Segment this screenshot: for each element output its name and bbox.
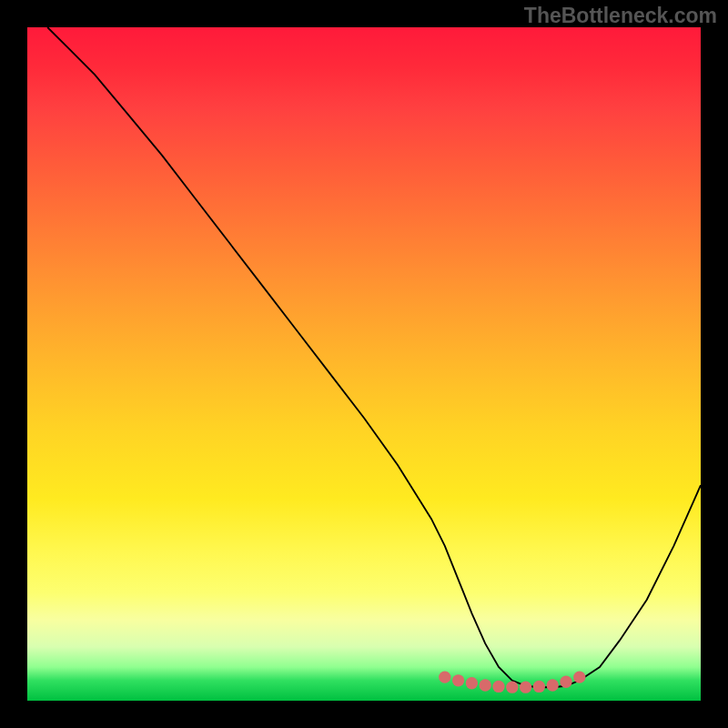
marker-point <box>573 671 585 682</box>
marker-point <box>560 676 571 688</box>
marker-point <box>520 682 531 693</box>
marker-point <box>533 681 545 693</box>
watermark-text: TheBottleneck.com <box>524 4 717 28</box>
highlight-markers <box>439 671 585 693</box>
marker-point <box>452 674 464 686</box>
marker-point <box>466 677 478 689</box>
marker-point <box>506 682 518 693</box>
marker-point <box>439 671 450 682</box>
bottleneck-curve <box>47 27 701 687</box>
chart-svg <box>27 27 701 701</box>
marker-point <box>480 679 491 691</box>
marker-point <box>492 681 504 693</box>
marker-point <box>547 679 559 691</box>
chart-plot-area <box>27 27 701 701</box>
